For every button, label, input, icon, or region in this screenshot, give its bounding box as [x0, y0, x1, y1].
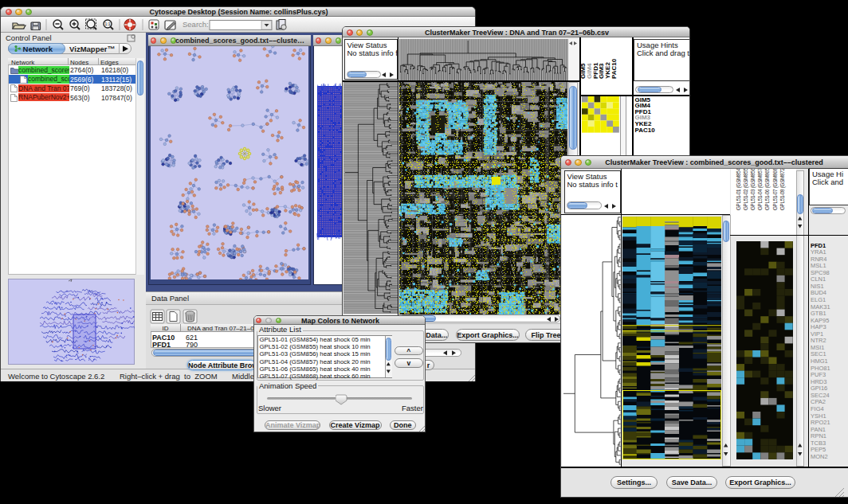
svg-text:Search:: Search: [183, 20, 209, 29]
svg-text:PAC10: PAC10 [610, 58, 618, 79]
svg-text:GPL51-06 (GSM865): GPL51-06 (GSM865) [764, 169, 771, 210]
svg-text:GPL51-03 (GSM856): GPL51-03 (GSM856) [750, 169, 756, 210]
svg-text:GPL51-07 (GSM868): GPL51-07 (GSM868) [772, 169, 779, 210]
svg-text:GPL51-02 (GSM855): GPL51-02 (GSM855) [743, 169, 749, 210]
svg-text:GPL51-08 (GSM872): GPL51-08 (GSM872) [779, 169, 786, 210]
svg-text:1:1: 1:1 [105, 21, 111, 26]
svg-text:GPL51-04 (GSM857): GPL51-04 (GSM857) [757, 169, 764, 210]
svg-text:GPL51-01 (GSM854): GPL51-01 (GSM854) [736, 169, 742, 210]
